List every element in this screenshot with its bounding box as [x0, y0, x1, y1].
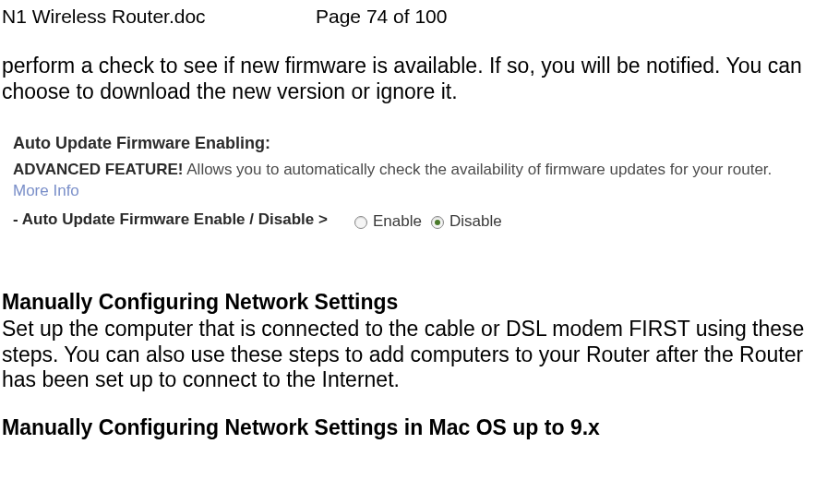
doc-title: N1 Wireless Router.doc — [2, 6, 316, 28]
advanced-feature-desc: Allows you to automatically check the av… — [183, 161, 772, 178]
firmware-figure: Auto Update Firmware Enabling: ADVANCED … — [13, 132, 781, 233]
toggle-row: - Auto Update Firmware Enable / Disable … — [13, 210, 781, 233]
radio-disable-label: Disable — [449, 211, 502, 233]
advanced-feature-label: ADVANCED FEATURE! — [13, 161, 183, 178]
section2-heading: Manually Configuring Network Settings in… — [0, 393, 827, 440]
page-indicator: Page 74 of 100 — [316, 6, 447, 28]
section1-heading: Manually Configuring Network Settings — [0, 233, 827, 315]
figure-title: Auto Update Firmware Enabling: — [13, 132, 781, 154]
intro-paragraph: perform a check to see if new firmware i… — [0, 28, 827, 104]
radio-disable-icon — [431, 216, 444, 229]
figure-description: ADVANCED FEATURE! Allows you to automati… — [13, 160, 781, 202]
radio-enable-label: Enable — [373, 211, 422, 233]
more-info-link[interactable]: More Info — [13, 182, 79, 199]
toggle-label: - Auto Update Firmware Enable / Disable … — [13, 210, 354, 231]
radio-enable[interactable]: Enable — [354, 211, 422, 233]
section1-body: Set up the computer that is connected to… — [0, 315, 827, 393]
radio-disable[interactable]: Disable — [431, 211, 502, 233]
page-header: N1 Wireless Router.doc Page 74 of 100 — [0, 0, 827, 28]
radio-enable-icon — [354, 216, 367, 229]
toggle-controls: Enable Disable — [354, 210, 502, 233]
